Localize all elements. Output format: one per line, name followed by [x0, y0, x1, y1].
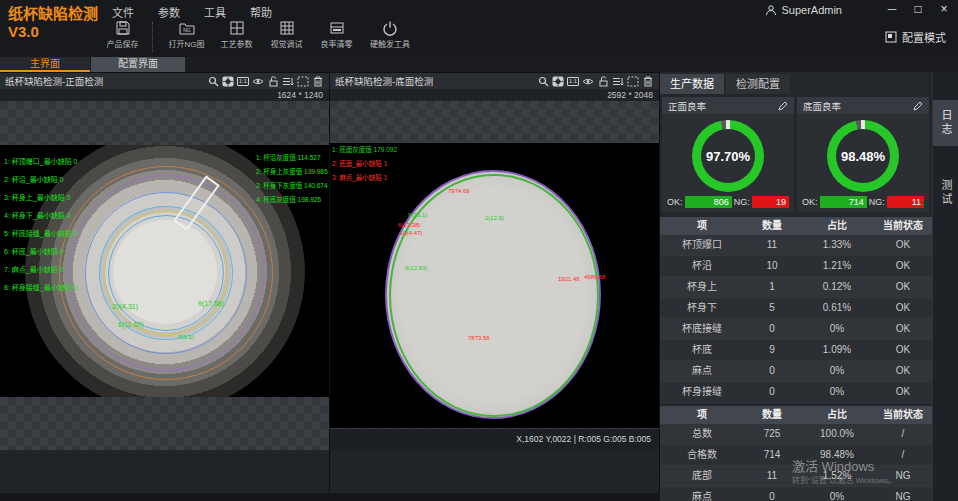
config-mode-label: 配置模式 — [902, 29, 946, 45]
front-okng-row: OK: 806 NG: 19 — [667, 196, 789, 208]
process-params-button[interactable]: 工艺参数 — [214, 20, 259, 49]
zoom-icon[interactable] — [537, 75, 549, 87]
defect-marker: 10(4.47) — [400, 230, 422, 237]
photo-label: 20(4.31) — [112, 303, 138, 310]
defect-marker: 9(13.1) — [408, 212, 427, 219]
minimize-button[interactable]: ─ — [884, 2, 900, 16]
front-annotations-right: 1: 杯沿灰度值 114.527 2: 杯身上灰度值 139.985 3: 杯身… — [256, 151, 328, 207]
defect-marker: 1921.48 — [558, 276, 580, 283]
pixel-coords-readout: X,1602 Y,0022 | R:005 G:005 B:005 — [330, 429, 659, 450]
front-photo: 1: 杯顶爆口_最小缺陷 0 2: 杯沿_最小缺陷 0 3: 杯身上_最小缺陷 … — [0, 145, 329, 397]
close-button[interactable]: × — [936, 2, 952, 16]
hard-trigger-button[interactable]: 硬触发工具 — [364, 20, 416, 49]
vision-debug-label: 视觉调试 — [271, 38, 303, 49]
tab-main-view[interactable]: 主界面 — [0, 57, 90, 72]
vision-debug-button[interactable]: 视觉调试 — [264, 20, 309, 49]
eye-icon[interactable] — [252, 75, 264, 87]
table-row: 麻点00%NG — [660, 487, 932, 501]
defect-marker: 7974.69 — [448, 188, 470, 195]
yield-reset-button[interactable]: 良率清零 — [314, 20, 359, 49]
app-version: V3.0 — [8, 23, 103, 41]
unlock-icon[interactable] — [267, 75, 279, 87]
side-tab-log[interactable]: 日志 — [933, 100, 958, 146]
defect-table-header: 项数量占比当前状态 — [660, 217, 932, 235]
menu-help[interactable]: 帮助 — [246, 3, 276, 21]
sort-list-icon[interactable] — [282, 75, 294, 87]
front-resolution: 1624 * 1240 — [0, 89, 329, 101]
user-account[interactable]: SuperAdmin — [765, 4, 842, 16]
front-image-viewport[interactable]: 1: 杯顶爆口_最小缺陷 0 2: 杯沿_最小缺陷 0 3: 杯身上_最小缺陷 … — [0, 101, 329, 450]
photo-label: 9(17.58) — [198, 300, 224, 307]
eye-icon[interactable] — [582, 75, 594, 87]
table-row: 杯身上10.12%OK — [660, 277, 932, 298]
roi-rect-icon[interactable] — [297, 75, 309, 87]
annotation: 2: 底面_最小缺陷 1 — [332, 157, 397, 171]
window-bottom-edge — [0, 493, 660, 501]
save-product-label: 产品保存 — [107, 38, 139, 49]
svg-text:NG: NG — [183, 27, 191, 33]
ng-count-bar: 19 — [752, 196, 789, 208]
save-product-button[interactable]: 产品保存 — [100, 20, 145, 49]
grid-icon — [229, 20, 245, 36]
open-ng-button[interactable]: NG 打开NG图 — [164, 20, 209, 49]
config-mode-button[interactable]: 配置模式 — [885, 29, 946, 45]
process-params-label: 工艺参数 — [221, 38, 253, 49]
table-row: 麻点00%OK — [660, 361, 932, 382]
ok-label: OK: — [667, 197, 683, 207]
menu-tools[interactable]: 工具 — [200, 3, 230, 21]
power-icon — [382, 20, 398, 36]
annotation: 3: 杯身下灰度值 140.674 — [256, 179, 328, 193]
data-panel-tabs: 生产数据 检测配置 — [660, 74, 932, 94]
unlock-icon[interactable] — [597, 75, 609, 87]
bottom-photo: 1: 底面灰度值 179.092 2: 底面_最小缺陷 1 3: 麻点_最小缺陷… — [330, 143, 659, 428]
bottom-image-viewport[interactable]: 1: 底面灰度值 179.092 2: 底面_最小缺陷 1 3: 麻点_最小缺陷… — [330, 101, 659, 450]
photo-label: 8(11.60) — [118, 321, 144, 328]
summary-table: 项数量占比当前状态 总数725100.0%/ 合格数71498.48%/ 底部1… — [660, 406, 932, 501]
sort-list-icon[interactable] — [612, 75, 624, 87]
annotation: 1: 杯沿灰度值 114.527 — [256, 151, 328, 165]
photo-label: 6(9.5) — [178, 334, 194, 341]
maximize-button[interactable]: □ — [910, 2, 926, 16]
front-panel-title: 纸杯缺陷检测-正面检测 — [5, 74, 103, 88]
menu-bar: 文件 参数 工具 帮助 — [108, 3, 276, 21]
toolbar: 产品保存 NG 打开NG图 工艺参数 视觉调试 良率清零 硬触发工具 — [100, 20, 416, 52]
fit-view-icon[interactable] — [222, 75, 234, 87]
defect-marker: 4989.68 — [584, 274, 606, 281]
detect-ring-cyan — [108, 215, 224, 331]
delete-icon[interactable] — [642, 75, 654, 87]
menu-params[interactable]: 参数 — [154, 3, 184, 21]
bottom-panel-header: 纸杯缺陷检测-底面检测 1:1 — [330, 73, 659, 89]
main-tab-bar: 主界面 配置界面 — [0, 57, 958, 72]
folder-ng-icon: NG — [179, 20, 195, 36]
delete-icon[interactable] — [312, 75, 324, 87]
summary-table-header: 项数量占比当前状态 — [660, 406, 932, 424]
annotation: 3: 杯身上_最小缺陷 0 — [4, 189, 78, 207]
tab-detection-config[interactable]: 检测配置 — [726, 74, 790, 94]
app-title: 纸杯缺陷检测 V3.0 — [8, 5, 103, 41]
roi-rect-icon[interactable] — [627, 75, 639, 87]
one-to-one-icon[interactable]: 1:1 — [237, 75, 249, 87]
fit-view-icon[interactable] — [552, 75, 564, 87]
front-inspection-panel: 纸杯缺陷检测-正面检测 1:1 1624 * 1240 1: 杯顶爆口_最 — [0, 73, 329, 493]
tab-config-view[interactable]: 配置界面 — [91, 57, 185, 72]
save-icon — [115, 20, 131, 36]
annotation: 3: 麻点_最小缺陷 1 — [332, 171, 397, 185]
bottom-yield-card: 底面良率 98.48% OK: 714 NG: 11 — [797, 97, 929, 212]
one-to-one-icon[interactable]: 1:1 — [567, 75, 579, 87]
menu-file[interactable]: 文件 — [108, 3, 138, 21]
tab-production-data[interactable]: 生产数据 — [660, 74, 724, 94]
yield-cards: 正面良率 97.70% OK: 806 NG: 19 底面良率 98.48% — [662, 97, 929, 212]
edit-pencil-icon[interactable] — [778, 101, 788, 111]
yield-reset-label: 良率清零 — [321, 38, 353, 49]
production-data-panel: 生产数据 检测配置 正面良率 97.70% OK: 806 NG: 19 底面良… — [660, 72, 932, 501]
side-tab-test[interactable]: 测试 — [933, 170, 958, 216]
bottom-yield-gauge: 98.48% — [827, 120, 899, 192]
defect-marker: 1(12.6) — [485, 215, 504, 222]
table-row: 杯身接缝00%OK — [660, 382, 932, 403]
front-yield-title: 正面良率 — [668, 99, 706, 113]
zoom-icon[interactable] — [207, 75, 219, 87]
ok-count-bar: 806 — [685, 196, 732, 208]
windows-activation-watermark-sub: 转到“设置”以激活 Windows。 — [792, 474, 896, 485]
edit-pencil-icon[interactable] — [913, 101, 923, 111]
annotation: 6: 杯底_最小缺陷 0 — [4, 243, 78, 261]
